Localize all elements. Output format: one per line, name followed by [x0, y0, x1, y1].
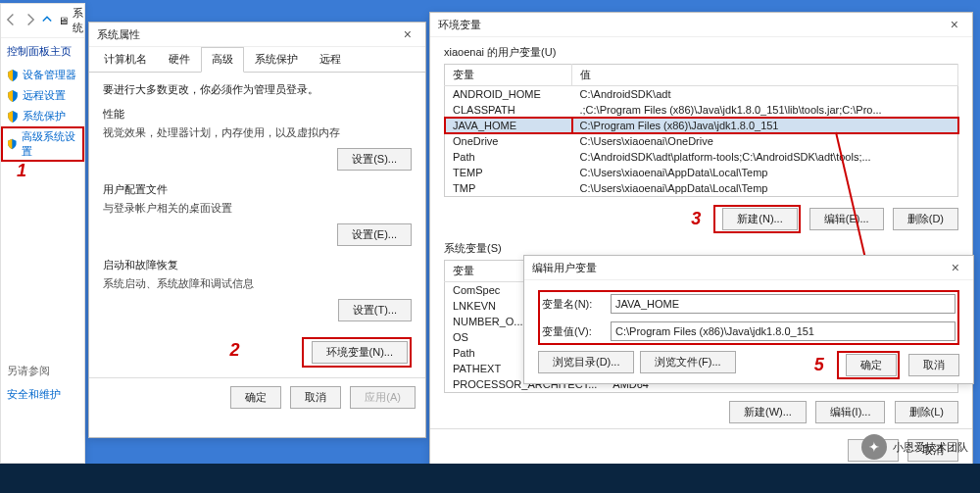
edit-sys-var-button[interactable]: 编辑(I)... — [815, 401, 886, 423]
shield-icon — [7, 70, 19, 81]
cancel-button[interactable]: 取消 — [290, 386, 341, 409]
perf-settings-button[interactable]: 设置(S)... — [337, 148, 412, 171]
close-icon[interactable]: × — [945, 17, 964, 32]
recovery-desc: 系统启动、系统故障和调试信息 — [103, 276, 412, 291]
shield-icon — [7, 111, 19, 123]
nav-bar: 🖥 系统 — [1, 4, 84, 38]
user-vars-label: xiaoenai 的用户变量(U) — [444, 45, 958, 60]
dialog-title: 系统属性 — [97, 27, 140, 42]
col-value[interactable]: 值 — [572, 65, 958, 86]
perf-title: 性能 — [103, 107, 412, 122]
annotation-5: 5 — [814, 355, 824, 374]
new-user-var-button[interactable]: 新建(N)... — [722, 208, 797, 230]
cp-home[interactable]: 控制面板主页 — [1, 38, 84, 65]
profile-title: 用户配置文件 — [103, 182, 412, 197]
cancel-button[interactable]: 取消 — [908, 354, 959, 376]
table-row[interactable]: TMPC:\Users\xiaoenai\AppData\Local\Temp — [445, 180, 958, 197]
admin-note: 要进行大多数更改，你必须作为管理员登录。 — [103, 82, 412, 97]
delete-user-var-button[interactable]: 删除(D) — [893, 208, 958, 230]
fwd-icon[interactable] — [23, 13, 36, 28]
sidebar-item[interactable]: 系统保护 — [1, 106, 84, 126]
tab[interactable]: 远程 — [309, 47, 352, 72]
control-panel-sidebar: 🖥 系统 控制面板主页 设备管理器远程设置系统保护高级系统设置 1 另请参阅 安… — [0, 3, 85, 464]
var-value-label: 变量值(V): — [542, 324, 611, 339]
table-row[interactable]: CLASSPATH.;C:\Program Files (x86)\Java\j… — [445, 102, 958, 118]
dialog-title: 编辑用户变量 — [532, 261, 597, 275]
tab[interactable]: 系统保护 — [244, 47, 309, 72]
breadcrumb[interactable]: 系统 — [73, 6, 83, 35]
profile-settings-button[interactable]: 设置(E)... — [337, 223, 412, 246]
back-icon[interactable] — [5, 13, 19, 28]
env-var-button[interactable]: 环境变量(N)... — [312, 341, 408, 364]
computer-icon: 🖥 — [58, 15, 69, 26]
sidebar-item[interactable]: 设备管理器 — [1, 65, 84, 85]
security-maintenance-link[interactable]: 安全和维护 — [1, 384, 84, 405]
close-icon[interactable]: × — [398, 26, 417, 42]
perf-desc: 视觉效果，处理器计划，内存使用，以及虚拟内存 — [103, 125, 412, 140]
dialog-title: 环境变量 — [438, 18, 481, 32]
user-vars-table[interactable]: 变量值 ANDROID_HOMEC:\AndroidSDK\adtCLASSPA… — [444, 64, 958, 197]
up-icon[interactable] — [40, 13, 54, 28]
table-row[interactable]: ANDROID_HOMEC:\AndroidSDK\adt — [445, 86, 958, 103]
table-row[interactable]: JAVA_HOMEC:\Program Files (x86)\Java\jdk… — [445, 118, 958, 133]
var-name-label: 变量名(N): — [542, 297, 611, 312]
shield-icon — [7, 138, 18, 150]
ok-button[interactable]: 确定 — [230, 386, 281, 409]
var-value-input[interactable] — [611, 321, 956, 341]
var-name-input[interactable] — [611, 294, 956, 314]
also-see-label: 另请参阅 — [1, 358, 84, 384]
sidebar-item[interactable]: 远程设置 — [1, 85, 84, 106]
tab[interactable]: 计算机名 — [93, 47, 158, 72]
system-properties-dialog: 系统属性 × 计算机名硬件高级系统保护远程 要进行大多数更改，你必须作为管理员登… — [88, 22, 426, 438]
browse-dir-button[interactable]: 浏览目录(D)... — [538, 351, 634, 373]
col-name[interactable]: 变量 — [445, 65, 572, 86]
browse-file-button[interactable]: 浏览文件(F)... — [640, 351, 735, 373]
ok-button[interactable]: 确定 — [846, 354, 897, 376]
wechat-icon: ✦ — [861, 434, 887, 460]
tab[interactable]: 硬件 — [158, 47, 201, 72]
taskbar[interactable] — [0, 464, 980, 493]
apply-button[interactable]: 应用(A) — [350, 386, 416, 409]
sys-vars-label: 系统变量(S) — [444, 241, 958, 256]
watermark: ✦ 小恩爱技术团队 — [861, 434, 968, 460]
recovery-title: 启动和故障恢复 — [103, 258, 412, 272]
annotation-1: 1 — [17, 161, 26, 181]
env-variables-dialog: 环境变量 × xiaoenai 的用户变量(U) 变量值 ANDROID_HOM… — [429, 12, 973, 472]
profile-desc: 与登录帐户相关的桌面设置 — [103, 201, 412, 216]
close-icon[interactable]: × — [946, 260, 965, 275]
tabs: 计算机名硬件高级系统保护远程 — [89, 47, 425, 73]
table-row[interactable]: OneDriveC:\Users\xiaoenai\OneDrive — [445, 133, 958, 149]
edit-variable-dialog: 编辑用户变量 × 变量名(N): 4 变量值(V): 浏览目录(D)... 浏览… — [523, 255, 974, 384]
delete-sys-var-button[interactable]: 删除(L) — [895, 401, 958, 423]
table-row[interactable]: TEMPC:\Users\xiaoenai\AppData\Local\Temp — [445, 165, 958, 180]
table-row[interactable]: PathC:\AndroidSDK\adt\platform-tools;C:\… — [445, 149, 958, 165]
sidebar-item[interactable]: 高级系统设置 — [1, 126, 84, 162]
tab[interactable]: 高级 — [201, 47, 244, 73]
new-sys-var-button[interactable]: 新建(W)... — [729, 401, 807, 423]
recovery-settings-button[interactable]: 设置(T)... — [338, 299, 412, 321]
annotation-3: 3 — [691, 209, 701, 228]
shield-icon — [7, 90, 19, 102]
annotation-2: 2 — [229, 340, 239, 360]
edit-user-var-button[interactable]: 编辑(E)... — [809, 208, 884, 230]
